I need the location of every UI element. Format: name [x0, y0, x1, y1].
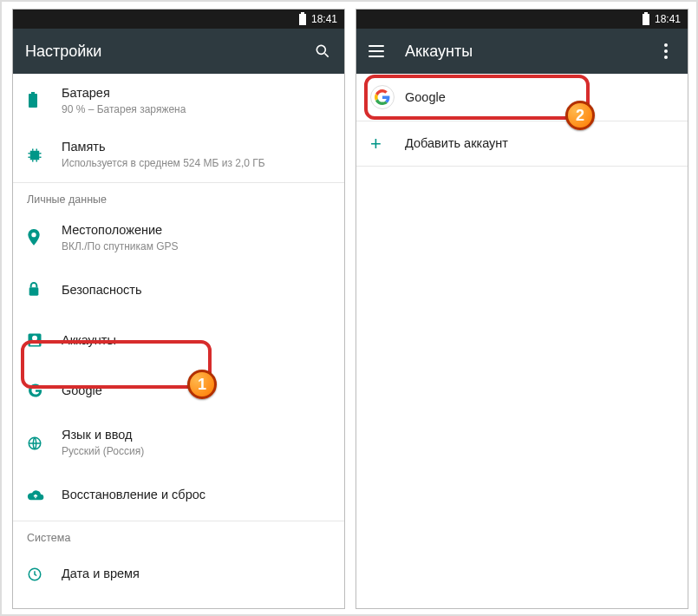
memory-icon: [27, 147, 62, 163]
svg-rect-9: [32, 148, 34, 150]
location-title: Местоположение: [62, 222, 330, 239]
settings-title: Настройки: [25, 43, 313, 61]
row-backup[interactable]: Восстановление и сброс: [13, 470, 344, 521]
account-google-title: Google: [405, 89, 674, 106]
google-logo-icon: [370, 85, 405, 109]
section-system: Система: [13, 521, 344, 549]
accounts-content: Google + Добавить аккаунт: [356, 74, 688, 608]
battery-row-icon: [27, 92, 62, 109]
svg-line-1: [325, 54, 329, 57]
battery-title: Батарея: [62, 85, 330, 102]
divider-after-add: [356, 166, 688, 167]
row-memory[interactable]: Память Используется в среднем 524 МБ из …: [13, 128, 344, 181]
backup-title: Восстановление и сброс: [62, 487, 330, 503]
svg-rect-11: [32, 160, 34, 161]
language-title: Язык и ввод: [62, 427, 330, 443]
row-battery[interactable]: Батарея 90 % – Батарея заряжена: [13, 74, 344, 128]
datetime-title: Дата и время: [62, 566, 330, 582]
status-time: 18:41: [311, 13, 337, 25]
row-account-google[interactable]: Google: [356, 74, 688, 121]
add-icon: +: [370, 134, 405, 154]
location-icon: [27, 229, 62, 246]
svg-rect-6: [29, 156, 30, 158]
step-badge-2: 2: [565, 101, 595, 130]
svg-rect-8: [39, 156, 41, 158]
row-language[interactable]: Язык и ввод Русский (Россия): [13, 416, 344, 469]
accounts-appbar: Аккаунты: [356, 29, 688, 74]
svg-point-0: [316, 45, 325, 54]
security-title: Безопасность: [62, 282, 330, 298]
accounts-appbar-title: Аккаунты: [405, 43, 656, 61]
accounts-title: Аккаунты: [62, 332, 330, 349]
security-icon: [27, 281, 62, 298]
svg-point-16: [32, 336, 37, 341]
add-account-title: Добавить аккаунт: [405, 135, 674, 152]
memory-title: Память: [62, 139, 330, 155]
settings-appbar: Настройки: [13, 29, 344, 74]
status-time-2: 18:41: [655, 13, 681, 25]
language-icon: [27, 436, 62, 451]
row-accounts[interactable]: Аккаунты: [13, 315, 344, 365]
row-location[interactable]: Местоположение ВКЛ./По спутникам GPS: [13, 211, 344, 265]
svg-rect-12: [36, 160, 38, 161]
tutorial-frame: 18:41 Настройки Батарея 90 % – Батарея з…: [0, 0, 698, 616]
backup-icon: [27, 488, 62, 502]
svg-rect-5: [29, 153, 30, 154]
svg-rect-10: [36, 148, 38, 150]
menu-icon[interactable]: [369, 45, 384, 57]
step-badge-1: 1: [187, 370, 217, 399]
accounts-phone: 18:41 Аккаунты: [356, 9, 688, 609]
section-personal: Личные данные: [13, 182, 344, 211]
svg-rect-14: [29, 288, 39, 296]
language-subtitle: Русский (Россия): [62, 445, 330, 459]
svg-rect-4: [30, 150, 40, 160]
row-add-account[interactable]: + Добавить аккаунт: [356, 121, 688, 166]
memory-subtitle: Используется в среднем 524 МБ из 2,0 ГБ: [62, 157, 330, 171]
svg-rect-2: [29, 94, 37, 108]
settings-phone: 18:41 Настройки Батарея 90 % – Батарея з…: [12, 9, 345, 609]
status-bar-2: 18:41: [356, 10, 688, 29]
svg-point-13: [31, 233, 36, 237]
battery-icon-2: [643, 14, 649, 25]
search-icon[interactable]: [313, 42, 332, 61]
accounts-icon: [27, 332, 62, 348]
battery-icon: [299, 14, 306, 25]
row-datetime[interactable]: Дата и время: [13, 549, 344, 600]
row-security[interactable]: Безопасность: [13, 265, 344, 315]
row-google[interactable]: Google: [13, 365, 344, 416]
clock-icon: [27, 567, 62, 582]
overflow-icon[interactable]: [656, 42, 675, 61]
svg-rect-3: [31, 92, 35, 94]
svg-rect-7: [39, 153, 41, 154]
battery-subtitle: 90 % – Батарея заряжена: [62, 103, 330, 117]
google-icon: [27, 382, 62, 399]
location-subtitle: ВКЛ./По спутникам GPS: [62, 240, 330, 254]
status-bar: 18:41: [13, 10, 344, 29]
settings-content: Батарея 90 % – Батарея заряжена Память И…: [13, 74, 344, 608]
